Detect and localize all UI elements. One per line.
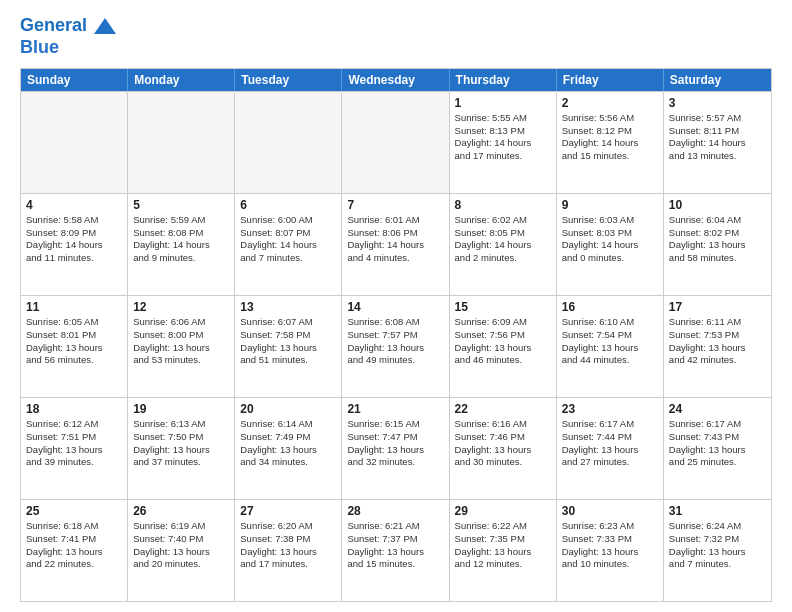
- calendar-row-4: 18Sunrise: 6:12 AM Sunset: 7:51 PM Dayli…: [21, 397, 771, 499]
- day-27: 27Sunrise: 6:20 AM Sunset: 7:38 PM Dayli…: [235, 500, 342, 601]
- day-info-4: Sunrise: 5:58 AM Sunset: 8:09 PM Dayligh…: [26, 214, 122, 265]
- day-number-29: 29: [455, 504, 551, 518]
- day-info-6: Sunrise: 6:00 AM Sunset: 8:07 PM Dayligh…: [240, 214, 336, 265]
- day-info-1: Sunrise: 5:55 AM Sunset: 8:13 PM Dayligh…: [455, 112, 551, 163]
- day-4: 4Sunrise: 5:58 AM Sunset: 8:09 PM Daylig…: [21, 194, 128, 295]
- logo-text: General: [20, 16, 116, 36]
- day-24: 24Sunrise: 6:17 AM Sunset: 7:43 PM Dayli…: [664, 398, 771, 499]
- day-22: 22Sunrise: 6:16 AM Sunset: 7:46 PM Dayli…: [450, 398, 557, 499]
- day-5: 5Sunrise: 5:59 AM Sunset: 8:08 PM Daylig…: [128, 194, 235, 295]
- day-info-27: Sunrise: 6:20 AM Sunset: 7:38 PM Dayligh…: [240, 520, 336, 571]
- header-monday: Monday: [128, 69, 235, 91]
- logo-icon: [94, 18, 116, 34]
- header: General Blue: [20, 16, 772, 58]
- day-14: 14Sunrise: 6:08 AM Sunset: 7:57 PM Dayli…: [342, 296, 449, 397]
- day-info-5: Sunrise: 5:59 AM Sunset: 8:08 PM Dayligh…: [133, 214, 229, 265]
- logo-general: General: [20, 15, 87, 35]
- day-info-13: Sunrise: 6:07 AM Sunset: 7:58 PM Dayligh…: [240, 316, 336, 367]
- day-number-1: 1: [455, 96, 551, 110]
- day-number-15: 15: [455, 300, 551, 314]
- day-29: 29Sunrise: 6:22 AM Sunset: 7:35 PM Dayli…: [450, 500, 557, 601]
- day-number-26: 26: [133, 504, 229, 518]
- day-31: 31Sunrise: 6:24 AM Sunset: 7:32 PM Dayli…: [664, 500, 771, 601]
- day-number-12: 12: [133, 300, 229, 314]
- header-sunday: Sunday: [21, 69, 128, 91]
- day-number-21: 21: [347, 402, 443, 416]
- day-info-21: Sunrise: 6:15 AM Sunset: 7:47 PM Dayligh…: [347, 418, 443, 469]
- day-info-28: Sunrise: 6:21 AM Sunset: 7:37 PM Dayligh…: [347, 520, 443, 571]
- day-11: 11Sunrise: 6:05 AM Sunset: 8:01 PM Dayli…: [21, 296, 128, 397]
- day-info-31: Sunrise: 6:24 AM Sunset: 7:32 PM Dayligh…: [669, 520, 766, 571]
- day-number-18: 18: [26, 402, 122, 416]
- day-26: 26Sunrise: 6:19 AM Sunset: 7:40 PM Dayli…: [128, 500, 235, 601]
- day-info-24: Sunrise: 6:17 AM Sunset: 7:43 PM Dayligh…: [669, 418, 766, 469]
- day-info-23: Sunrise: 6:17 AM Sunset: 7:44 PM Dayligh…: [562, 418, 658, 469]
- day-info-16: Sunrise: 6:10 AM Sunset: 7:54 PM Dayligh…: [562, 316, 658, 367]
- day-15: 15Sunrise: 6:09 AM Sunset: 7:56 PM Dayli…: [450, 296, 557, 397]
- day-info-8: Sunrise: 6:02 AM Sunset: 8:05 PM Dayligh…: [455, 214, 551, 265]
- day-info-26: Sunrise: 6:19 AM Sunset: 7:40 PM Dayligh…: [133, 520, 229, 571]
- header-tuesday: Tuesday: [235, 69, 342, 91]
- day-number-20: 20: [240, 402, 336, 416]
- calendar: SundayMondayTuesdayWednesdayThursdayFrid…: [20, 68, 772, 602]
- header-thursday: Thursday: [450, 69, 557, 91]
- page: General Blue SundayMondayTuesdayWednesda…: [0, 0, 792, 612]
- day-number-23: 23: [562, 402, 658, 416]
- day-number-17: 17: [669, 300, 766, 314]
- day-16: 16Sunrise: 6:10 AM Sunset: 7:54 PM Dayli…: [557, 296, 664, 397]
- day-1: 1Sunrise: 5:55 AM Sunset: 8:13 PM Daylig…: [450, 92, 557, 193]
- day-number-4: 4: [26, 198, 122, 212]
- day-info-20: Sunrise: 6:14 AM Sunset: 7:49 PM Dayligh…: [240, 418, 336, 469]
- day-info-3: Sunrise: 5:57 AM Sunset: 8:11 PM Dayligh…: [669, 112, 766, 163]
- day-9: 9Sunrise: 6:03 AM Sunset: 8:03 PM Daylig…: [557, 194, 664, 295]
- day-8: 8Sunrise: 6:02 AM Sunset: 8:05 PM Daylig…: [450, 194, 557, 295]
- day-number-22: 22: [455, 402, 551, 416]
- calendar-row-2: 4Sunrise: 5:58 AM Sunset: 8:09 PM Daylig…: [21, 193, 771, 295]
- empty-cell-0-2: [235, 92, 342, 193]
- day-number-2: 2: [562, 96, 658, 110]
- day-info-18: Sunrise: 6:12 AM Sunset: 7:51 PM Dayligh…: [26, 418, 122, 469]
- svg-marker-0: [94, 18, 116, 34]
- day-number-16: 16: [562, 300, 658, 314]
- day-10: 10Sunrise: 6:04 AM Sunset: 8:02 PM Dayli…: [664, 194, 771, 295]
- header-wednesday: Wednesday: [342, 69, 449, 91]
- calendar-row-5: 25Sunrise: 6:18 AM Sunset: 7:41 PM Dayli…: [21, 499, 771, 601]
- day-info-11: Sunrise: 6:05 AM Sunset: 8:01 PM Dayligh…: [26, 316, 122, 367]
- day-13: 13Sunrise: 6:07 AM Sunset: 7:58 PM Dayli…: [235, 296, 342, 397]
- day-info-7: Sunrise: 6:01 AM Sunset: 8:06 PM Dayligh…: [347, 214, 443, 265]
- day-info-15: Sunrise: 6:09 AM Sunset: 7:56 PM Dayligh…: [455, 316, 551, 367]
- day-number-14: 14: [347, 300, 443, 314]
- day-number-24: 24: [669, 402, 766, 416]
- day-number-6: 6: [240, 198, 336, 212]
- header-saturday: Saturday: [664, 69, 771, 91]
- day-info-2: Sunrise: 5:56 AM Sunset: 8:12 PM Dayligh…: [562, 112, 658, 163]
- calendar-header: SundayMondayTuesdayWednesdayThursdayFrid…: [21, 69, 771, 91]
- day-18: 18Sunrise: 6:12 AM Sunset: 7:51 PM Dayli…: [21, 398, 128, 499]
- day-number-5: 5: [133, 198, 229, 212]
- empty-cell-0-0: [21, 92, 128, 193]
- day-number-10: 10: [669, 198, 766, 212]
- day-25: 25Sunrise: 6:18 AM Sunset: 7:41 PM Dayli…: [21, 500, 128, 601]
- empty-cell-0-1: [128, 92, 235, 193]
- day-number-28: 28: [347, 504, 443, 518]
- day-2: 2Sunrise: 5:56 AM Sunset: 8:12 PM Daylig…: [557, 92, 664, 193]
- day-info-30: Sunrise: 6:23 AM Sunset: 7:33 PM Dayligh…: [562, 520, 658, 571]
- day-number-30: 30: [562, 504, 658, 518]
- day-7: 7Sunrise: 6:01 AM Sunset: 8:06 PM Daylig…: [342, 194, 449, 295]
- day-info-22: Sunrise: 6:16 AM Sunset: 7:46 PM Dayligh…: [455, 418, 551, 469]
- header-friday: Friday: [557, 69, 664, 91]
- day-info-17: Sunrise: 6:11 AM Sunset: 7:53 PM Dayligh…: [669, 316, 766, 367]
- day-info-12: Sunrise: 6:06 AM Sunset: 8:00 PM Dayligh…: [133, 316, 229, 367]
- day-6: 6Sunrise: 6:00 AM Sunset: 8:07 PM Daylig…: [235, 194, 342, 295]
- day-28: 28Sunrise: 6:21 AM Sunset: 7:37 PM Dayli…: [342, 500, 449, 601]
- day-number-8: 8: [455, 198, 551, 212]
- day-info-25: Sunrise: 6:18 AM Sunset: 7:41 PM Dayligh…: [26, 520, 122, 571]
- calendar-body: 1Sunrise: 5:55 AM Sunset: 8:13 PM Daylig…: [21, 91, 771, 601]
- day-23: 23Sunrise: 6:17 AM Sunset: 7:44 PM Dayli…: [557, 398, 664, 499]
- day-19: 19Sunrise: 6:13 AM Sunset: 7:50 PM Dayli…: [128, 398, 235, 499]
- day-number-7: 7: [347, 198, 443, 212]
- calendar-row-3: 11Sunrise: 6:05 AM Sunset: 8:01 PM Dayli…: [21, 295, 771, 397]
- day-number-3: 3: [669, 96, 766, 110]
- day-info-14: Sunrise: 6:08 AM Sunset: 7:57 PM Dayligh…: [347, 316, 443, 367]
- empty-cell-0-3: [342, 92, 449, 193]
